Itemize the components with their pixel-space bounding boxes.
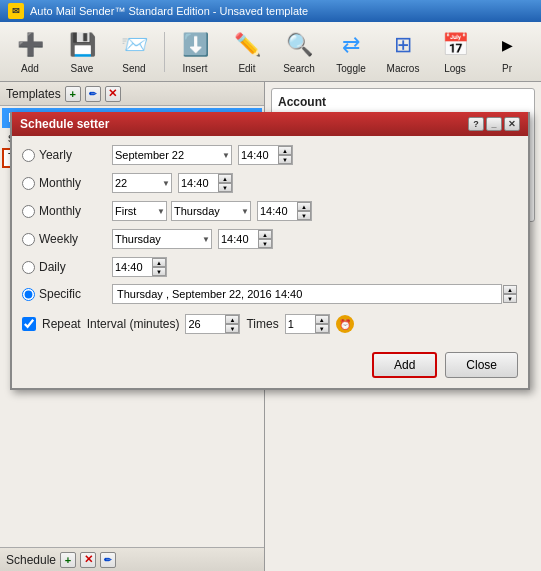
repeat-label: Repeat: [42, 317, 81, 331]
specific-value-input[interactable]: [112, 284, 502, 304]
yearly-row: Yearly September 22 ▲ ▼: [22, 144, 518, 166]
add-button[interactable]: ➕ Add: [6, 26, 54, 78]
pr-icon: ▶: [491, 29, 523, 61]
macros-label: Macros: [387, 63, 420, 74]
interval-label: Interval (minutes): [87, 317, 180, 331]
times-up[interactable]: ▲: [315, 315, 329, 324]
insert-icon: ⬇️: [179, 29, 211, 61]
monthly-2-time-up[interactable]: ▲: [297, 202, 311, 211]
titlebar-buttons: ? _ ✕: [468, 117, 520, 131]
specific-down[interactable]: ▼: [503, 294, 517, 303]
monthly-2-week-combo[interactable]: First: [112, 201, 167, 221]
save-button[interactable]: 💾 Save: [58, 26, 106, 78]
yearly-radio[interactable]: [22, 149, 35, 162]
interval-down[interactable]: ▼: [225, 324, 239, 333]
logs-button[interactable]: 📅 Logs: [431, 26, 479, 78]
daily-radio[interactable]: [22, 261, 35, 274]
weekly-label: Weekly: [39, 232, 78, 246]
add-icon: ➕: [14, 29, 46, 61]
yearly-date-wrap: September 22: [112, 145, 232, 165]
yearly-label: Yearly: [39, 148, 72, 162]
help-button[interactable]: ?: [468, 117, 484, 131]
monthly-1-time-down[interactable]: ▼: [218, 183, 232, 192]
daily-time-spinners: ▲ ▼: [152, 258, 166, 276]
edit-button[interactable]: ✏️ Edit: [223, 26, 271, 78]
pr-label: Pr: [502, 63, 512, 74]
weekly-row: Weekly Thursday ▲ ▼: [22, 228, 518, 250]
search-label: Search: [283, 63, 315, 74]
daily-time-up[interactable]: ▲: [152, 258, 166, 267]
add-schedule-button[interactable]: Add: [372, 352, 437, 378]
close-schedule-button[interactable]: Close: [445, 352, 518, 378]
specific-value-wrap: ▲ ▼: [112, 284, 518, 304]
specific-radio[interactable]: [22, 288, 35, 301]
daily-label: Daily: [39, 260, 66, 274]
daily-radio-col: Daily: [22, 260, 112, 274]
repeat-checkbox[interactable]: [22, 317, 36, 331]
search-icon: 🔍: [283, 29, 315, 61]
templates-add-button[interactable]: +: [65, 86, 81, 102]
monthly-1-label: Monthly: [39, 176, 81, 190]
monthly-1-time-up[interactable]: ▲: [218, 174, 232, 183]
monthly-1-day-combo[interactable]: 22: [112, 173, 172, 193]
toggle-button[interactable]: ⇄ Toggle: [327, 26, 375, 78]
interval-wrap: ▲ ▼: [185, 314, 240, 334]
toggle-icon: ⇄: [335, 29, 367, 61]
monthly-2-time-wrap: ▲ ▼: [257, 201, 312, 221]
schedule-edit-button[interactable]: ✏: [100, 552, 116, 568]
times-wrap: ▲ ▼: [285, 314, 330, 334]
macros-icon: ⊞: [387, 29, 419, 61]
schedule-setter-title: Schedule setter: [20, 117, 109, 131]
times-down[interactable]: ▼: [315, 324, 329, 333]
monthly-row-1: Monthly 22 ▲ ▼: [22, 172, 518, 194]
monthly-1-time-wrap: ▲ ▼: [178, 173, 233, 193]
yearly-time-up[interactable]: ▲: [278, 146, 292, 155]
close-titlebar-button[interactable]: ✕: [504, 117, 520, 131]
monthly-row-2: Monthly First Thursday ▲ ▼: [22, 200, 518, 222]
daily-row: Daily ▲ ▼: [22, 256, 518, 278]
schedule-add-button[interactable]: +: [60, 552, 76, 568]
monthly-1-radio[interactable]: [22, 177, 35, 190]
schedule-delete-button[interactable]: ✕: [80, 552, 96, 568]
yearly-time-wrap: ▲ ▼: [238, 145, 293, 165]
monthly-2-week-wrap: First: [112, 201, 167, 221]
title-bar: ✉ Auto Mail Sender™ Standard Edition - U…: [0, 0, 541, 22]
clock-icon[interactable]: ⏰: [336, 315, 354, 333]
yearly-date-combo[interactable]: September 22: [112, 145, 232, 165]
specific-radio-col: Specific: [22, 287, 112, 301]
weekly-time-wrap: ▲ ▼: [218, 229, 273, 249]
yearly-time-down[interactable]: ▼: [278, 155, 292, 164]
specific-up[interactable]: ▲: [503, 285, 517, 294]
interval-spinners: ▲ ▼: [225, 315, 239, 333]
search-button[interactable]: 🔍 Search: [275, 26, 323, 78]
pr-button[interactable]: ▶ Pr: [483, 26, 531, 78]
monthly-2-radio-col: Monthly: [22, 204, 112, 218]
macros-button[interactable]: ⊞ Macros: [379, 26, 427, 78]
weekly-time-up[interactable]: ▲: [258, 230, 272, 239]
interval-up[interactable]: ▲: [225, 315, 239, 324]
monthly-1-time-spinners: ▲ ▼: [218, 174, 232, 192]
specific-label: Specific: [39, 287, 81, 301]
templates-label: Templates: [6, 87, 61, 101]
daily-time-down[interactable]: ▼: [152, 267, 166, 276]
toggle-label: Toggle: [336, 63, 365, 74]
specific-row: Specific ▲ ▼: [22, 284, 518, 304]
daily-time-wrap: ▲ ▼: [112, 257, 167, 277]
weekly-time-down[interactable]: ▼: [258, 239, 272, 248]
minimize-button[interactable]: _: [486, 117, 502, 131]
monthly-2-day-combo[interactable]: Thursday: [171, 201, 251, 221]
templates-delete-button[interactable]: ✕: [105, 86, 121, 102]
monthly-2-radio[interactable]: [22, 205, 35, 218]
insert-button[interactable]: ⬇️ Insert: [171, 26, 219, 78]
weekly-day-combo[interactable]: Thursday: [112, 229, 212, 249]
weekly-radio[interactable]: [22, 233, 35, 246]
send-button[interactable]: 📨 Send: [110, 26, 158, 78]
monthly-2-time-down[interactable]: ▼: [297, 211, 311, 220]
monthly-2-time-spinners: ▲ ▼: [297, 202, 311, 220]
schedule-body: Yearly September 22 ▲ ▼: [12, 136, 528, 388]
action-row: Add Close: [22, 348, 518, 380]
templates-edit-button[interactable]: ✏: [85, 86, 101, 102]
monthly-1-day-wrap: 22: [112, 173, 172, 193]
weekly-radio-col: Weekly: [22, 232, 112, 246]
account-title: Account: [278, 95, 528, 109]
